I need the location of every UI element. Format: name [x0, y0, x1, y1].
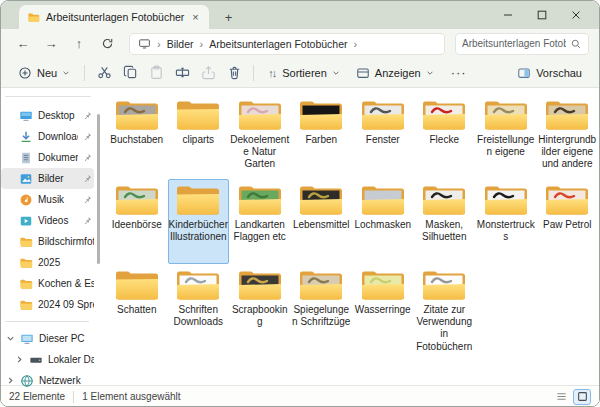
chevron-right-icon[interactable]: › — [354, 38, 358, 50]
folder-farben[interactable]: Farben — [291, 94, 353, 179]
folder-name: Hintergrundbilder eigene und andere — [537, 134, 597, 171]
folder-landkarten-flaggen-etc[interactable]: Landkarten Flaggen etc — [229, 179, 291, 264]
cut-icon[interactable] — [92, 61, 116, 85]
folder-freistellungen-eigene[interactable]: Freistellungen eigene — [475, 94, 537, 179]
folder-icon — [297, 97, 345, 133]
copy-icon[interactable] — [118, 61, 142, 85]
folder-wasserringe[interactable]: Wasserringe — [352, 264, 414, 349]
folder-icon — [482, 182, 530, 218]
folder-name: Buchstaben — [107, 134, 167, 146]
folder-icon — [174, 182, 222, 218]
paste-icon[interactable] — [144, 61, 168, 85]
large-icons-view-icon[interactable] — [573, 389, 591, 405]
music-icon — [19, 193, 33, 207]
folder-lochmasken[interactable]: Lochmasken — [352, 179, 414, 264]
folder-masken-silhuetten[interactable]: Masken, Silhuetten — [414, 179, 476, 264]
view-button[interactable]: Anzeigen — [349, 61, 441, 85]
sidebar-item-kochen-essen[interactable]: Kochen & Essen — [1, 273, 94, 294]
rename-icon[interactable] — [170, 61, 194, 85]
sidebar-item-downloads[interactable]: Downloads — [1, 126, 94, 147]
folder-kinderbücher-illustrationen[interactable]: Kinderbücher Illustrationen — [168, 179, 230, 264]
folder-icon — [113, 182, 161, 218]
folder-name: Freistellungen eigene — [476, 134, 536, 158]
sidebar-scrollbar[interactable] — [97, 114, 100, 264]
refresh-icon[interactable] — [95, 33, 119, 55]
breadcrumb-bilder[interactable]: Bilder — [167, 38, 194, 50]
folder-icon — [359, 267, 407, 303]
back-icon[interactable]: ← — [11, 33, 35, 55]
sidebar-item-2025[interactable]: 2025 — [1, 252, 94, 273]
sidebar-item-dieser-pc[interactable]: Dieser PC — [1, 328, 94, 349]
new-tab-button[interactable]: + — [219, 10, 239, 25]
sidebar-item-desktop[interactable]: Desktop — [1, 105, 94, 126]
folder-icon — [19, 298, 33, 312]
folder-ideenbörse[interactable]: Ideenbörse — [106, 179, 168, 264]
folder-icon — [19, 235, 33, 249]
delete-icon[interactable] — [222, 61, 246, 85]
close-icon[interactable] — [559, 2, 593, 28]
folder-paw-petrol[interactable]: Paw Petrol — [537, 179, 599, 264]
folder-content-area: BuchstabenclipartsDekoelemente Natur Gar… — [101, 88, 599, 385]
pc-icon — [20, 332, 34, 346]
folder-spiegelungen-schriftzüge[interactable]: Spiegelungen Schriftzüge — [291, 264, 353, 349]
breadcrumb-arbeitsunterlagen[interactable]: Arbeitsunterlagen Fotobücher — [209, 38, 347, 50]
list-view-icon[interactable] — [552, 389, 570, 405]
sidebar-item-label: Musik — [38, 194, 78, 205]
breadcrumb: › Bilder › Arbeitsunterlagen Fotobücher … — [129, 33, 445, 55]
up-icon[interactable]: ↑ — [67, 33, 91, 55]
sidebar-item-2024-09-spree-f[interactable]: 2024 09 Spree-F — [1, 294, 94, 315]
folder-schatten[interactable]: Schatten — [106, 264, 168, 349]
new-button[interactable]: Neu — [11, 61, 77, 85]
tab-current-folder[interactable]: Arbeitsunterlagen Fotobücher × — [19, 5, 209, 29]
folder-schriften-downloads[interactable]: Schriften Downloads — [168, 264, 230, 349]
sidebar-item-label: Bilder — [38, 173, 78, 184]
sidebar-item-videos[interactable]: Videos — [1, 210, 94, 231]
folder-icon — [236, 267, 284, 303]
preview-button[interactable]: Vorschau — [510, 61, 589, 85]
sidebar-item-bilder[interactable]: Bilder — [1, 168, 94, 189]
folder-name: Schriften Downloads — [168, 304, 228, 328]
plus-circle-icon — [18, 66, 32, 80]
search-input[interactable] — [462, 38, 566, 49]
sidebar-item-bildschirmfotos[interactable]: Bildschirmfotos — [1, 231, 94, 252]
sidebar-item-musik[interactable]: Musik — [1, 189, 94, 210]
sidebar-item-netzwerk[interactable]: Netzwerk — [1, 370, 94, 391]
folder-name: Dekoelemente Natur Garten — [230, 134, 290, 171]
sort-button[interactable]: ↑↓ Sortieren — [261, 61, 347, 85]
folder-fenster[interactable]: Fenster — [352, 94, 414, 179]
folder-icon — [113, 267, 161, 303]
folder-scrapbooking[interactable]: Scrapbooking — [229, 264, 291, 349]
folder-hintergrundbilder-eigene-und-andere[interactable]: Hintergrundbilder eigene und andere — [537, 94, 599, 179]
folder-name: Wasserringe — [353, 304, 413, 316]
folder-name: Flecke — [414, 134, 474, 146]
folder-monstertrucks[interactable]: Monstertrucks — [475, 179, 537, 264]
chevron-right-icon[interactable] — [6, 376, 15, 385]
layout-icon — [356, 66, 370, 80]
forward-icon[interactable]: → — [39, 33, 63, 55]
folder-icon — [19, 256, 33, 270]
folder-name: Lochmasken — [353, 219, 413, 231]
folder-icon — [174, 97, 222, 133]
folder-dekoelemente-natur-garten[interactable]: Dekoelemente Natur Garten — [229, 94, 291, 179]
chevron-right-icon[interactable] — [15, 355, 24, 364]
folder-buchstaben[interactable]: Buchstaben — [106, 94, 168, 179]
minimize-icon[interactable] — [491, 2, 525, 28]
more-options-icon[interactable]: ··· — [443, 65, 475, 80]
folder-icon — [482, 97, 530, 133]
share-icon[interactable] — [196, 61, 220, 85]
folder-lebensmittel[interactable]: Lebensmittel — [291, 179, 353, 264]
folder-name: Masken, Silhuetten — [414, 219, 474, 243]
sidebar-item-label: Dokumente — [38, 152, 78, 163]
chevron-down-icon[interactable] — [6, 334, 15, 343]
folder-zitate-zur-verwendung-in-fotobüchern[interactable]: Zitate zur Verwendung in Fotobüchern — [414, 264, 476, 349]
sidebar-item-dokumente[interactable]: Dokumente — [1, 147, 94, 168]
sidebar-item-lokaler-datent[interactable]: Lokaler Datent — [1, 349, 94, 370]
folder-cliparts[interactable]: cliparts — [168, 94, 230, 179]
sidebar-item-label: Netzwerk — [39, 375, 94, 386]
folder-flecke[interactable]: Flecke — [414, 94, 476, 179]
maximize-icon[interactable] — [525, 2, 559, 28]
navigation-pane: DesktopDownloadsDokumenteBilderMusikVide… — [1, 88, 101, 385]
navigation-bar: ← → ↑ › Bilder › Arbeitsunterlagen Fotob… — [1, 29, 599, 58]
folder-icon — [359, 97, 407, 133]
close-tab-icon[interactable]: × — [190, 12, 200, 23]
